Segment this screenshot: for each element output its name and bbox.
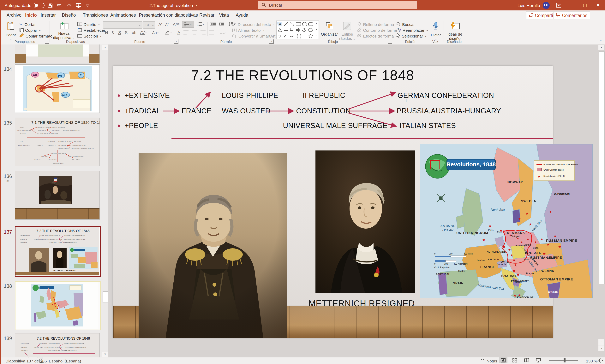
section-button[interactable]: Sección⌄ xyxy=(77,33,102,39)
cut-button[interactable]: ✂ Cortar xyxy=(19,22,36,27)
thumbnail-slide-135[interactable]: 7.1 THE REVOLUTIONS OF 1820 TO 1830 AREA… xyxy=(15,117,100,166)
minimize-button[interactable]: — xyxy=(566,0,578,11)
accessibility-icon[interactable]: x xyxy=(40,358,44,364)
strikethrough-button[interactable]: ab xyxy=(131,29,137,36)
copy-button[interactable]: Copiar ⌄ xyxy=(19,27,41,33)
bullet-extensive[interactable]: +EXTENSIVE xyxy=(125,91,170,100)
view-slideshow-button[interactable] xyxy=(534,357,543,363)
next-slide-button[interactable]: ⌄ xyxy=(598,345,604,351)
font-size-combo[interactable]: 14 ⌄ xyxy=(143,21,155,29)
language-indicator[interactable]: Español (España) xyxy=(49,358,81,364)
font-name-combo[interactable]: ⌄ xyxy=(103,21,142,29)
paragraph-dialog-launcher[interactable]: ⌟ xyxy=(269,39,274,44)
panel-scroll-thumb[interactable] xyxy=(103,291,108,303)
tab-archivo[interactable]: Archivo xyxy=(6,11,22,19)
louis-philippe-portrait[interactable] xyxy=(139,153,287,338)
tab-insertar[interactable]: Insertar xyxy=(40,11,56,19)
panel-scroll-up[interactable]: ▲ xyxy=(102,45,108,50)
arrange-button[interactable]: Organizar ⌄ xyxy=(321,21,338,42)
account-button[interactable]: Luis Horrillo LH xyxy=(518,0,550,11)
quick-styles-button[interactable]: Estilos rápidos ⌄ xyxy=(339,21,355,42)
shape-fill-button[interactable]: Relleno de forma⌄ xyxy=(357,22,398,27)
metternich-caption[interactable]: METTERNICH RESIGNED xyxy=(309,299,421,309)
tab-vista[interactable]: Vista xyxy=(218,11,230,19)
comments-button[interactable]: Comentarios xyxy=(553,11,590,19)
change-case-button[interactable]: Aa⌄ xyxy=(151,29,160,36)
slide-layout-button[interactable]: Diseño⌄ xyxy=(77,22,100,27)
quick-access-more-icon[interactable] xyxy=(84,0,92,11)
collapse-ribbon-button[interactable]: ⌃ xyxy=(598,38,604,44)
replace-button[interactable]: bc Reemplazar⌄ xyxy=(396,27,428,33)
text-was-ousted[interactable]: WAS OUSTED xyxy=(222,107,270,115)
zoom-level[interactable]: 130 % xyxy=(586,358,598,364)
tab-transiciones[interactable]: Transiciones xyxy=(82,11,109,19)
autosave-toggle[interactable] xyxy=(34,2,44,8)
bold-button[interactable]: N xyxy=(104,29,109,36)
shape-outline-button[interactable]: Contorno de forma⌄ xyxy=(357,27,401,33)
bullet-radical[interactable]: +RADICAL xyxy=(125,107,161,115)
text-prussia-austria[interactable]: PRUSSIA,AUSTRIA-HUNGARY xyxy=(397,107,501,115)
text-ii-republic[interactable]: II REPUBLIC xyxy=(303,91,345,100)
undo-icon[interactable] xyxy=(55,0,64,11)
main-scroll-thumb[interactable] xyxy=(599,52,605,284)
text-louis-phillipe[interactable]: LOUIS-PHILLIPE xyxy=(222,91,278,100)
zoom-in-button[interactable]: + xyxy=(581,358,583,364)
drawing-dialog-launcher[interactable]: ⌟ xyxy=(388,39,392,44)
view-normal-button[interactable] xyxy=(499,357,508,363)
decrease-indent-button[interactable] xyxy=(209,21,217,27)
main-scroll-up[interactable]: ▲ xyxy=(598,45,604,50)
maximize-button[interactable]: ▢ xyxy=(579,0,591,11)
tab-ayuda[interactable]: Ayuda xyxy=(235,11,249,19)
view-reading-button[interactable] xyxy=(522,357,531,363)
text-france[interactable]: FRANCE xyxy=(182,107,212,115)
slide-137[interactable]: 7.2 THE REVOLUTIONS OF 1848 +EXTENSIVE L… xyxy=(113,66,553,338)
thumbnail-slide-138[interactable] xyxy=(15,281,101,330)
start-slideshow-icon[interactable] xyxy=(74,0,83,11)
thumbnail-slide-134[interactable]: GB PR Aus R xyxy=(15,64,100,113)
highlight-color-button[interactable]: ⌄ xyxy=(163,29,174,36)
clear-formatting-button[interactable]: A⌫ xyxy=(173,21,180,27)
shape-effects-button[interactable]: Efectos de forma⌄ xyxy=(357,33,398,39)
justify-button[interactable] xyxy=(207,29,215,36)
align-text-button[interactable]: Alinear texto⌄ xyxy=(232,27,265,33)
text-german-confederation[interactable]: GERMAN CONFEDERATION xyxy=(398,91,494,100)
slide-title[interactable]: 7.2 THE REVOLUTIONS OF 1848 xyxy=(171,67,434,84)
redo-icon[interactable] xyxy=(65,0,74,11)
notes-button[interactable]: Notas xyxy=(480,358,497,364)
shapes-gallery-scroll[interactable]: ▲▼≡ xyxy=(314,21,319,39)
shapes-gallery[interactable]: A xyxy=(276,21,314,39)
paste-button[interactable]: Pegar ⌄ xyxy=(4,21,18,42)
underline-button[interactable]: S xyxy=(117,29,122,36)
design-ideas-button[interactable]: Ideas de diseño xyxy=(445,21,465,42)
new-slide-button[interactable]: Nueva diapositiva ⌄ xyxy=(53,21,75,42)
thumbnail-slide-136[interactable] xyxy=(15,171,100,220)
text-italian-states[interactable]: ITALIAN STATES xyxy=(400,121,456,130)
character-spacing-button[interactable]: AV⌄ xyxy=(139,29,148,36)
thumbnail-slide-139[interactable]: 7.2 THE REVOLUTIONS OF 1848 +EXTENSIVE+R… xyxy=(15,333,100,357)
view-sorter-button[interactable] xyxy=(511,357,519,363)
previous-slide-button[interactable]: ⌃ xyxy=(598,339,604,345)
bullet-people[interactable]: +PEOPLE xyxy=(125,121,158,130)
font-dialog-launcher[interactable]: ⌟ xyxy=(174,39,178,44)
dictate-button[interactable]: Dictar ⌄ xyxy=(429,21,443,42)
italic-button[interactable]: K xyxy=(110,29,116,36)
document-title[interactable]: 2.The age of revolution ▼ xyxy=(149,0,198,11)
metternich-portrait[interactable] xyxy=(315,150,415,293)
panel-scroll-down[interactable]: ▼ xyxy=(102,352,108,357)
ribbon-display-options-icon[interactable] xyxy=(554,0,563,11)
shrink-font-button[interactable]: Aˇ xyxy=(164,21,170,27)
format-painter-button[interactable]: Copiar formato xyxy=(19,33,53,39)
clipboard-dialog-launcher[interactable]: ⌟ xyxy=(45,39,49,44)
tab-revisar[interactable]: Revisar xyxy=(199,11,215,19)
tab-inicio[interactable]: Inicio xyxy=(24,11,38,20)
columns-button[interactable]: ⌄ xyxy=(218,29,228,36)
align-center-button[interactable] xyxy=(190,29,198,36)
align-right-button[interactable] xyxy=(199,29,207,36)
find-button[interactable]: Buscar xyxy=(396,22,415,27)
tab-diseno[interactable]: Diseño xyxy=(61,11,77,19)
text-universal-suffrage[interactable]: UNIVERSAL MALE SUFFRAGE xyxy=(283,121,388,130)
thumbnail-slide-137[interactable]: 7.2 THE REVOLUTIONS OF 1848 +EXTENSIVE+R… xyxy=(15,226,101,277)
revolutions-1848-map[interactable]: ★★★ ★★★ ★★★ ★★★ ★★★ ★★★ ★★★ ★★★ ★★ NORWA… xyxy=(420,144,593,298)
increase-indent-button[interactable] xyxy=(217,21,225,27)
save-icon[interactable] xyxy=(46,0,54,11)
